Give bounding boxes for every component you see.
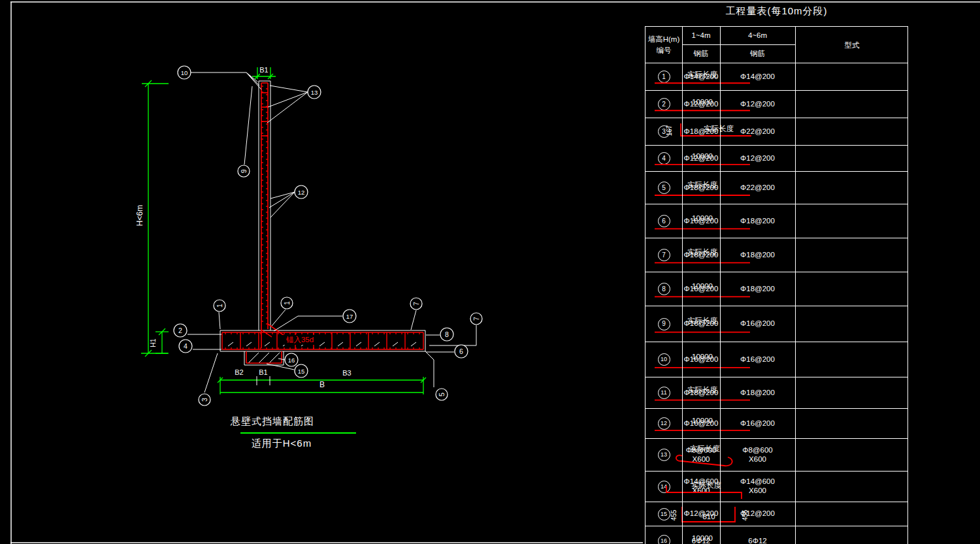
shape-label: 实际长度 [687, 181, 718, 189]
shape-label: 实际长度 [687, 317, 718, 325]
bar-marker-17: 17 [343, 310, 356, 323]
bar-marker-6: 6 [455, 345, 468, 358]
table-row: 1Φ14@200Φ14@200实际长度 [645, 63, 907, 91]
bar-shape: 实际长度 [645, 172, 759, 204]
quantity-table: 墙高H(m) 编号 1~4m 4~6m 钢筋 钢筋 型式 1Φ14@200Φ14… [645, 26, 908, 544]
shape-label: 167 [666, 125, 673, 136]
table-row: 10Φ16@200Φ16@20010000 [645, 342, 907, 377]
bar-marker-7: 7 [470, 313, 482, 325]
table-body: 1Φ14@200Φ14@200实际长度2Φ12@200Φ12@200100003… [645, 63, 907, 544]
table-row: 12Φ16@200Φ16@20010000 [645, 409, 907, 439]
shape-label: 10000 [692, 282, 713, 290]
table-row: 4Φ12@200Φ12@20010000 [645, 146, 907, 172]
bar-shape: 10000 [645, 91, 759, 118]
anchor-note: 锚入35d [280, 335, 320, 345]
shape-label: 10000 [692, 417, 713, 424]
leader-line [270, 192, 295, 199]
table-row: 14Φ14@600X600Φ14@600X600实际长度 [645, 472, 907, 502]
leader-line [274, 316, 298, 331]
shape-label: 10000 [692, 98, 713, 106]
table-row: 11Φ18@200Φ18@200实际长度 [645, 377, 907, 409]
marker-number: 13 [311, 89, 318, 96]
shape-label: 实际长度 [687, 71, 718, 78]
bar-marker-10: 10 [178, 66, 191, 79]
table-row: 5Φ18@200Φ22@200实际长度 [645, 172, 907, 204]
header-col-id: 墙高H(m) 编号 [645, 27, 682, 63]
lap-mark [393, 342, 398, 346]
marker-number: 2 [178, 327, 182, 334]
bar-shape: 10000 [645, 204, 759, 238]
cad-viewport: { "colors": { "line_green": "#00ff00", "… [0, 0, 980, 544]
bar-marker-15: 15 [295, 364, 308, 377]
dim-b-total-label: B [312, 380, 332, 389]
table-row: 8Φ16@200Φ18@20010000 [645, 272, 907, 306]
bar-shape: 10000 [645, 342, 759, 377]
lap-mark [411, 342, 416, 346]
bar-shape: 实际长度 [645, 377, 759, 409]
bar-marker-4: 4 [179, 340, 192, 353]
leader-line [244, 86, 252, 165]
bar-marker-3: 3 [199, 394, 210, 406]
dim-b2-label: B2 [226, 368, 252, 376]
table-row: 6Φ16@200Φ18@20010000 [645, 204, 907, 238]
dim-b3-label: B3 [334, 369, 360, 377]
marker-number: 7 [412, 302, 420, 306]
bar-shape: 10000 [645, 526, 759, 544]
header-range-1-4: 1~4m [682, 27, 720, 44]
shape-line [676, 455, 732, 466]
bar-marker-16: 16 [285, 353, 298, 366]
marker-number: 16 [288, 357, 295, 364]
table-title: 工程量表(每10m分段) [645, 5, 908, 18]
lap-mark [319, 342, 325, 346]
marker-number: 3 [201, 398, 208, 402]
diagram-subtitle: 适用于H<6m [229, 438, 334, 450]
bar-shape: 实际长度 [645, 306, 759, 342]
bar-marker-2: 2 [174, 324, 187, 337]
leader-line [425, 351, 434, 360]
header-range-4-6: 4~6m [720, 27, 795, 44]
marker-number: 9 [240, 169, 248, 173]
marker-number: 1 [216, 304, 223, 308]
shape-label: 10000 [692, 534, 713, 542]
shape-label: 10000 [692, 353, 713, 360]
bar-shape: 10000 [645, 409, 759, 439]
marker-number: 10 [181, 69, 188, 76]
table-grid-line [795, 27, 796, 544]
key-hatch [259, 353, 269, 363]
bar-shape: 实际长度 [645, 238, 759, 272]
table-row: 9Φ16@200Φ16@200实际长度 [645, 306, 907, 342]
marker-number: 4 [184, 342, 188, 350]
bar-shape: 810455455 [645, 502, 759, 526]
leader-line [272, 310, 286, 326]
bar-marker-7: 7 [410, 298, 422, 310]
dim-wall-height-label: H<6m [135, 197, 144, 234]
marker-number: 17 [346, 313, 353, 320]
marker-number: 12 [298, 189, 305, 196]
leader-line [411, 310, 416, 330]
bar-marker-9: 9 [238, 165, 250, 177]
marker-number: 1 [283, 301, 291, 305]
bar-shape: 实际长度 [645, 63, 759, 91]
bar-marker-12: 12 [295, 185, 308, 199]
marker-number: 5 [438, 392, 446, 396]
bar-marker-1: 1 [281, 297, 293, 309]
bar-marker-8: 8 [440, 328, 453, 341]
bar-shape: 10000 [645, 146, 759, 172]
header-rebar-2: 钢筋 [720, 45, 795, 63]
bar-marker-13: 13 [308, 86, 321, 99]
table-grid-line [720, 27, 721, 544]
diagram-title: 悬壁式挡墙配筋图 [220, 415, 325, 428]
dim-b1-top-label: B1 [251, 66, 277, 74]
marker-number: 7 [472, 317, 480, 321]
table-row: 2Φ12@200Φ12@20010000 [645, 91, 907, 118]
bar-shape: 实际长度 [645, 472, 759, 502]
leader-line [268, 92, 308, 107]
shape-label: 实际长度 [687, 386, 718, 394]
key-hatch [248, 353, 259, 363]
table-header: 墙高H(m) 编号 1~4m 4~6m 钢筋 钢筋 型式 [645, 27, 907, 63]
table-row: 3Φ18@200Φ22@200实际长度167 [645, 118, 907, 146]
table-row: 166Φ126Φ1210000 [645, 526, 907, 544]
table-row: 15Φ12@200Φ12@200810455455 [645, 502, 907, 526]
leader-line [267, 92, 308, 123]
bar-marker-1: 1 [214, 300, 225, 312]
